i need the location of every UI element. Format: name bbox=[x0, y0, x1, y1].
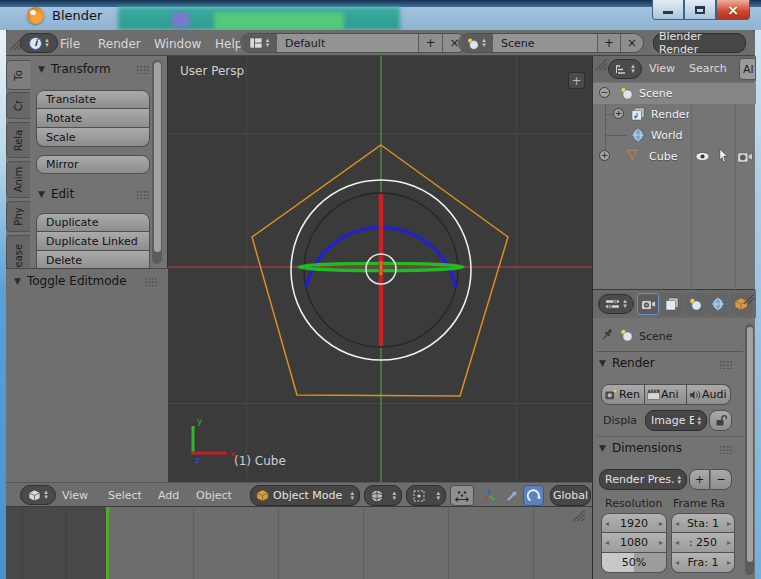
rotate-manipulator-toggle[interactable] bbox=[523, 485, 544, 506]
expand-region-button[interactable]: + bbox=[568, 72, 585, 89]
rotate-button[interactable]: Rotate bbox=[36, 109, 150, 128]
viewport-menu-view[interactable]: View bbox=[62, 489, 88, 502]
shelf-tab-tools[interactable]: To bbox=[6, 60, 30, 90]
outliner-menu-search[interactable]: Search bbox=[689, 62, 727, 75]
editor-type-selector[interactable]: i ▴▾ bbox=[20, 33, 58, 53]
resolution-x-field[interactable]: ◂ 1920 ▸ bbox=[601, 513, 667, 533]
viewport-men-select[interactable]: Select bbox=[108, 489, 142, 502]
remove-preset-button[interactable]: − bbox=[711, 469, 732, 490]
frame-end-field[interactable]: ◂ : 250 ▸ bbox=[671, 533, 735, 553]
transform-panel-header[interactable]: ▼ Transform bbox=[38, 62, 111, 76]
add-preset-button[interactable]: + bbox=[689, 469, 710, 490]
outliner-menu-view[interactable]: View bbox=[649, 62, 675, 75]
scale-button[interactable]: Scale bbox=[36, 128, 150, 147]
render-presets-dropdown[interactable]: Render Pres... ▴▾ bbox=[599, 469, 687, 490]
translate-manipulator-toggle[interactable] bbox=[502, 485, 522, 506]
operator-panel-header[interactable]: ▼ Toggle Editmode bbox=[14, 274, 127, 288]
render-audio-button[interactable]: Audi bbox=[687, 384, 731, 405]
editor-type-selector[interactable]: ▴▾ bbox=[20, 485, 56, 505]
properties-scrollbar-handle[interactable] bbox=[747, 327, 753, 562]
dimensions-panel-header[interactable]: ▼ Dimensions bbox=[599, 441, 682, 455]
manipulator-toggle[interactable] bbox=[478, 485, 500, 506]
tab-render[interactable] bbox=[637, 293, 659, 315]
render-panel-header[interactable]: ▼ Render bbox=[599, 356, 655, 370]
viewport-menu-object[interactable]: Object bbox=[196, 489, 232, 502]
render-image-button[interactable]: Ren bbox=[601, 384, 645, 405]
panel-drag-handle[interactable] bbox=[719, 360, 733, 369]
menu-window[interactable]: Window bbox=[154, 37, 201, 51]
renderlayers-expander[interactable]: + bbox=[613, 108, 624, 119]
menu-file[interactable]: File bbox=[60, 37, 80, 51]
shelf-tab-relations[interactable]: Rela bbox=[6, 122, 30, 158]
lock-interface-button[interactable] bbox=[709, 410, 732, 431]
maximize-button[interactable] bbox=[684, 0, 716, 20]
transform-orientation-dropdown[interactable]: Global bbox=[550, 485, 591, 506]
tab-world[interactable] bbox=[707, 293, 729, 315]
render-engine-select[interactable]: Blender Render bbox=[653, 33, 746, 53]
outliner-filter-dropdown[interactable]: Al bbox=[739, 58, 756, 80]
edit-panel-header[interactable]: ▼ Edit bbox=[38, 187, 74, 201]
scene-icon-button[interactable]: ▴▾ bbox=[459, 34, 493, 52]
center-points-icon bbox=[454, 489, 470, 503]
scene-name-field[interactable]: Scene bbox=[493, 34, 597, 52]
area-corner-widget[interactable] bbox=[572, 509, 586, 522]
frame-start-field[interactable]: ◂ Sta: 1 ▸ bbox=[671, 513, 735, 533]
properties-scrollbar[interactable] bbox=[745, 324, 754, 575]
display-mode-dropdown[interactable]: Image E ▴▾ bbox=[645, 410, 707, 431]
current-frame-marker[interactable] bbox=[106, 507, 109, 579]
editor-type-selector[interactable]: ▴▾ bbox=[608, 59, 642, 79]
panel-drag-handle[interactable] bbox=[719, 445, 733, 454]
viewport-menu-add[interactable]: Add bbox=[158, 489, 179, 502]
renderability-camera-icon[interactable] bbox=[737, 150, 753, 163]
resolution-y-field[interactable]: ◂ 1080 ▸ bbox=[601, 533, 667, 553]
translate-button[interactable]: Translate bbox=[36, 90, 150, 109]
shelf-tab-physics[interactable]: Phy bbox=[6, 201, 30, 232]
duplicate-linked-button[interactable]: Duplicate Linked bbox=[36, 232, 150, 251]
add-screen-button[interactable]: + bbox=[418, 34, 442, 52]
visibility-eye-icon[interactable] bbox=[695, 151, 710, 162]
timeline-editor[interactable] bbox=[6, 507, 592, 579]
frame-current-field[interactable]: ◂ Fra: 1 ▸ bbox=[671, 553, 735, 573]
manipulate-center-points-toggle[interactable] bbox=[450, 485, 474, 506]
scene-name-value: Scene bbox=[501, 37, 535, 50]
timeline-gridline bbox=[66, 507, 67, 579]
screen-layout-icon-button[interactable]: ▴▾ bbox=[241, 34, 277, 52]
cube-expander[interactable]: + bbox=[599, 150, 610, 161]
panel-drag-handle[interactable] bbox=[136, 190, 150, 199]
mirror-button[interactable]: Mirror bbox=[36, 155, 150, 174]
shelf-scrollbar-handle[interactable] bbox=[154, 62, 161, 252]
menu-render[interactable]: Render bbox=[98, 37, 141, 51]
shelf-scrollbar[interactable] bbox=[152, 60, 162, 264]
pin-icon[interactable] bbox=[601, 328, 614, 342]
add-scene-button[interactable]: + bbox=[597, 34, 620, 52]
area-corner-widget[interactable] bbox=[743, 293, 755, 305]
shelf-tab-animation[interactable]: Anim bbox=[6, 161, 30, 198]
render-animation-button[interactable]: Ani bbox=[645, 384, 687, 405]
outliner-item-renderlayer[interactable]: RenderL bbox=[651, 108, 689, 121]
resolution-percentage-slider[interactable]: 50% bbox=[601, 553, 667, 573]
blender-logo-icon bbox=[27, 7, 44, 24]
editor-type-selector[interactable]: ▴▾ bbox=[598, 294, 634, 314]
tab-render-layers[interactable] bbox=[661, 293, 683, 315]
outliner-item-world[interactable]: World bbox=[651, 129, 683, 142]
duplicate-button[interactable]: Duplicate bbox=[36, 213, 150, 232]
mode-dropdown[interactable]: Object Mode ▴▾ bbox=[250, 485, 360, 506]
panel-drag-handle[interactable] bbox=[144, 277, 158, 286]
close-button[interactable]: × bbox=[716, 0, 750, 20]
viewport-shading-dropdown[interactable]: ▴▾ bbox=[364, 485, 402, 506]
selectability-cursor-icon[interactable] bbox=[718, 148, 729, 163]
shelf-tab-create[interactable]: Cr bbox=[6, 92, 30, 119]
area-corner-widget[interactable] bbox=[595, 58, 608, 71]
minimize-button[interactable] bbox=[652, 0, 684, 20]
pivot-point-dropdown[interactable]: ▴▾ bbox=[406, 485, 446, 506]
panel-drag-handle[interactable] bbox=[136, 65, 150, 74]
scene-expander[interactable]: − bbox=[599, 87, 610, 98]
outliner-item-scene[interactable]: Scene bbox=[639, 87, 673, 100]
delete-scene-button[interactable]: × bbox=[620, 34, 643, 52]
tab-scene[interactable] bbox=[684, 293, 706, 315]
screen-layout-name-field[interactable]: Default bbox=[277, 34, 418, 52]
3d-viewport[interactable]: User Persp + y x z (1) Cube bbox=[168, 56, 592, 482]
outliner-item-cube[interactable]: Cube bbox=[649, 150, 677, 163]
menu-help[interactable]: Help bbox=[215, 37, 242, 51]
frame-range-column-label: Frame Ra bbox=[673, 497, 725, 510]
